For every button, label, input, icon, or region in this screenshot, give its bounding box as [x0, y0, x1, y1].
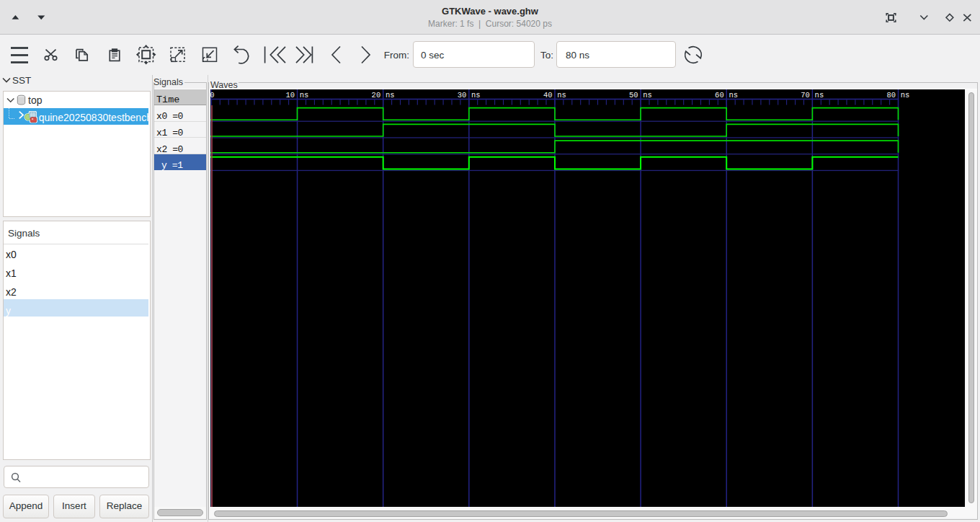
svg-text:10: 10: [285, 91, 295, 99]
svg-text:ns: ns: [557, 91, 566, 99]
svg-text:30: 30: [458, 91, 467, 99]
svg-text:80: 80: [886, 91, 896, 99]
svg-text:ns: ns: [386, 91, 395, 99]
svg-text:60: 60: [715, 91, 724, 99]
svg-text:ns: ns: [815, 91, 824, 99]
svg-text:ns: ns: [643, 91, 652, 99]
svg-text:20: 20: [372, 91, 381, 99]
svg-text:quine20250830testbench: quine20250830testbench: [39, 112, 148, 123]
svg-text:50: 50: [629, 91, 638, 99]
svg-text:ns: ns: [729, 91, 738, 99]
svg-text:40: 40: [543, 91, 553, 99]
svg-text:ns: ns: [901, 91, 910, 99]
svg-text:ns: ns: [300, 91, 309, 99]
svg-text:70: 70: [801, 91, 810, 99]
svg-text:ns: ns: [471, 91, 481, 99]
svg-text:0: 0: [210, 91, 215, 99]
